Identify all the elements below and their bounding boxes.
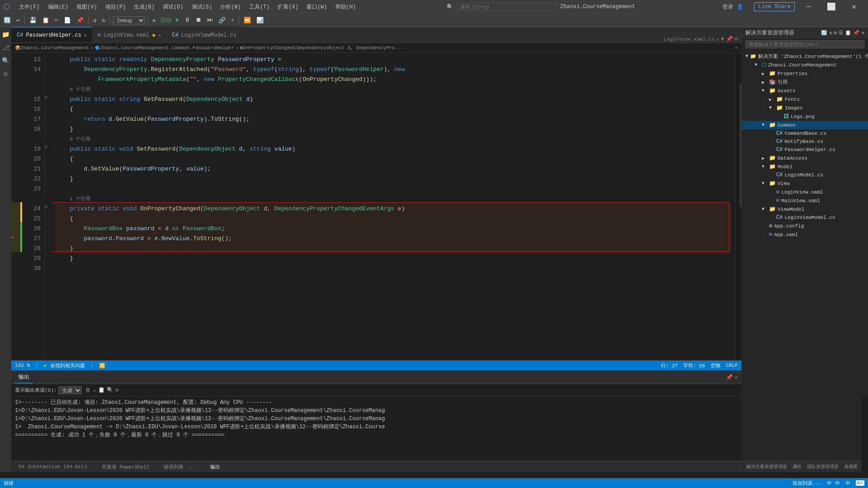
menu-file[interactable]: 文件(F)	[15, 2, 43, 12]
undo-btn[interactable]: ↩	[14, 16, 22, 25]
tree-notifybase[interactable]: ▶ C# NotifyBase.cs	[742, 137, 868, 146]
no-errors-icon[interactable]: ✔	[44, 363, 47, 369]
se-filter-btn[interactable]: ☰	[839, 30, 843, 36]
menu-tools[interactable]: 工具(T)	[245, 2, 274, 12]
tree-loginview[interactable]: ▶ ⊞ LoginView.xaml	[742, 188, 868, 196]
menu-view[interactable]: 视图(V)	[73, 2, 101, 12]
se-collapse-btn[interactable]: ⊟	[834, 30, 837, 36]
output-wrap-btn[interactable]: ↵	[93, 387, 96, 393]
build-config-select[interactable]: Debug Release	[113, 16, 145, 24]
tree-mainview[interactable]: ▶ ⊞ MainView.xaml	[742, 196, 868, 205]
se-properties-btn[interactable]: 📋	[845, 30, 851, 36]
undo2-btn[interactable]: ↺	[91, 16, 99, 25]
tree-view[interactable]: ▼ 📁 View	[742, 179, 868, 188]
menu-edit[interactable]: 编辑(E)	[44, 2, 72, 12]
perf-btn[interactable]: ⚡	[229, 16, 236, 25]
tree-commandbase[interactable]: ▶ C# CommandBase.cs	[742, 129, 868, 137]
global-zoom[interactable]: A+	[856, 480, 864, 486]
tab-pin-btn[interactable]: 📌	[726, 36, 733, 43]
se-tab-properties[interactable]: 属性	[790, 463, 804, 471]
menu-build[interactable]: 生成(B)	[130, 2, 158, 12]
bottom-tab-errors[interactable]: 错误列表 ...	[160, 463, 199, 471]
tree-dataaccess[interactable]: ▶ 📁 DataAccess	[742, 154, 868, 162]
status-errors[interactable]: 未找到相关问题	[50, 362, 85, 369]
breadcrumb-class[interactable]: Zhaoxi.CourseManagement.Common.PasswordH…	[100, 45, 234, 51]
tree-loginmodel[interactable]: ▶ C# LoginModel.cs	[742, 171, 868, 179]
tree-properties[interactable]: ▶ 📁 Properties	[742, 69, 868, 78]
redo-btn[interactable]: ↻	[100, 16, 107, 25]
bottom-tab-csharp[interactable]: C# Interactive (64-bit)	[15, 463, 91, 470]
se-close-btn[interactable]: ✕	[861, 30, 864, 36]
diag-btn[interactable]: 📊	[255, 16, 265, 25]
start-btn[interactable]: ▶ 启动 ▼	[151, 15, 180, 25]
tree-project[interactable]: ▼ ⬡ Zhaoxi.CourseManagement	[742, 61, 868, 69]
se-pin-btn[interactable]: 📌	[853, 30, 859, 36]
menu-project[interactable]: 项目(P)	[102, 2, 130, 12]
output-copy-btn[interactable]: 📋	[98, 387, 105, 393]
paste-btn[interactable]: 📌	[75, 16, 85, 25]
close-button[interactable]: ✕	[844, 0, 864, 14]
tree-model[interactable]: ▼ 📁 Model	[742, 162, 868, 171]
tab-new-vertical[interactable]: ⊟	[735, 36, 738, 43]
tree-appxaml[interactable]: ▶ ⊞ App.xaml	[742, 230, 868, 239]
status-row[interactable]: 行: 27	[661, 362, 678, 369]
run-btn[interactable]: ⏩	[242, 16, 253, 25]
status-spaces[interactable]: 空格	[711, 362, 721, 369]
tree-refs[interactable]: ▶ 📚 引用	[742, 78, 868, 86]
attach-btn[interactable]: 🔗	[217, 16, 227, 25]
tree-common[interactable]: ▼ 📁 Common	[742, 121, 868, 129]
se-tab-classview[interactable]: 类视图	[841, 463, 860, 471]
se-refresh-btn[interactable]: ↻	[829, 30, 832, 36]
git-icon[interactable]: ⎇	[0, 42, 11, 53]
tree-solution[interactable]: ▼ 📁 解决方案 'Zhaoxi.CourseManagement'(1 个项目…	[742, 52, 868, 61]
menu-extensions[interactable]: 扩展(X)	[274, 2, 302, 12]
login-button[interactable]: 登录 👤	[722, 3, 743, 11]
global-ime[interactable]: 中	[845, 480, 850, 487]
tree-images[interactable]: ▼ 📁 Images	[742, 104, 868, 112]
cut-btn[interactable]: ✂	[53, 16, 60, 25]
tab-list-btn[interactable]: ▼	[721, 36, 724, 43]
output-clear-btn[interactable]: 🗑	[85, 387, 91, 393]
output-find-btn[interactable]: 🔍	[107, 387, 113, 393]
menu-test[interactable]: 测试(S)	[188, 2, 216, 12]
breadcrumb-expand[interactable]: +	[735, 45, 738, 51]
minimize-button[interactable]: —	[798, 0, 819, 14]
maximize-button[interactable]: ⬜	[821, 0, 842, 14]
tree-viewmodel[interactable]: ▼ 📁 ViewModel	[742, 205, 868, 213]
stop-btn[interactable]: ⏹	[194, 16, 203, 24]
output-tab[interactable]: 输出	[15, 371, 33, 384]
tree-fonts[interactable]: ▶ 📁 Fonts	[742, 95, 868, 104]
pause-btn[interactable]: ⏸	[183, 16, 192, 24]
save-btn[interactable]: 💾	[28, 16, 38, 25]
status-encoding[interactable]: CRLF	[726, 363, 738, 368]
loginview-xaml-tab[interactable]: LoginView.xaml.cs	[664, 37, 714, 42]
se-search-input[interactable]	[745, 40, 864, 48]
global-lang[interactable]: 中 中	[827, 480, 840, 487]
se-tab-solution[interactable]: 解决方案资源管理器	[744, 463, 790, 471]
vertical-scrollbar[interactable]	[735, 53, 741, 360]
global-add-to[interactable]: 添加到源...	[793, 480, 821, 487]
close-tab-passwordhelper[interactable]: ✕	[84, 33, 87, 38]
output-close-btn[interactable]: ✕	[735, 374, 738, 381]
tree-logo[interactable]: ▶ 🖼 Logo.png	[742, 112, 868, 121]
menu-help[interactable]: 帮助(H)	[332, 2, 360, 12]
save-all-btn[interactable]: 📋	[40, 16, 51, 25]
menu-analyze[interactable]: 分析(N)	[217, 2, 245, 12]
tree-assets[interactable]: ▼ 📁 Assets	[742, 86, 868, 95]
output-pin-btn[interactable]: 📌	[726, 374, 733, 381]
tree-appconfig[interactable]: ▶ ⚙ App.config	[742, 222, 868, 230]
output-scrollbar[interactable]	[862, 398, 868, 488]
search-sidebar-icon[interactable]: 🔍	[0, 55, 11, 66]
tab-close-right[interactable]: ✕	[717, 37, 719, 42]
menu-window[interactable]: 窗口(W)	[303, 2, 331, 12]
copy-btn[interactable]: 📄	[62, 16, 73, 25]
settings-icon[interactable]: ⚙	[2, 68, 9, 80]
live-share-button[interactable]: Live Share	[754, 2, 795, 11]
bottom-tab-powershell[interactable]: 开发者 PowerShell	[98, 463, 153, 471]
status-branch[interactable]: 🔀	[99, 363, 105, 369]
se-tab-team[interactable]: 团队资源管理器	[804, 463, 841, 471]
bottom-tab-output[interactable]: 输出	[207, 463, 224, 471]
breadcrumb-method[interactable]: OnPropertyChanged(DependencyObject d, De…	[243, 45, 404, 51]
output-settings-btn[interactable]: ⚙	[115, 387, 118, 393]
tree-loginviewmodel[interactable]: ▶ C# LoginViewModel.cs	[742, 213, 868, 222]
